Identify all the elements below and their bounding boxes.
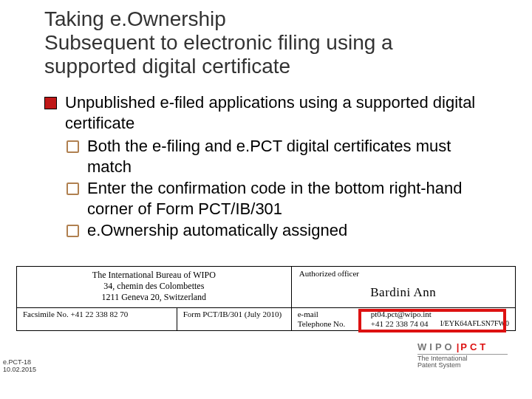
bullet-level2: Enter the confirmation code in the botto…: [44, 178, 495, 219]
bullet-level2: e.Ownership automatically assigned: [44, 220, 495, 241]
form-excerpt-image: The International Bureau of WIPO 34, che…: [16, 266, 516, 331]
confirmation-code: I/EYK64AFLSN7FW0: [440, 319, 509, 329]
bullet-level2: Both the e-filing and e.PCT digital cert…: [44, 136, 495, 177]
authorized-officer-box: Authorized officer Bardini Ann: [291, 267, 515, 307]
bullet-level1: Unpublished e-filed applications using a…: [44, 92, 495, 133]
form-id-cell: Form PCT/IB/301 (July 2010): [177, 308, 291, 331]
bureau-address: The International Bureau of WIPO 34, che…: [17, 267, 291, 307]
footer-meta: e.PCT-18 10.02.2015: [3, 359, 36, 374]
wipo-pct-brand: WIPO|PCT The InternationalPatent System: [417, 341, 508, 369]
body-content: Unpublished e-filed applications using a…: [44, 92, 495, 242]
contact-cell: e-mailpt04.pct@wipo.int Telephone No.+41…: [291, 308, 515, 331]
fax-cell: Facsimile No. +41 22 338 82 70: [17, 308, 177, 331]
slide-title: Taking e.Ownership Subsequent to electro…: [44, 7, 488, 79]
